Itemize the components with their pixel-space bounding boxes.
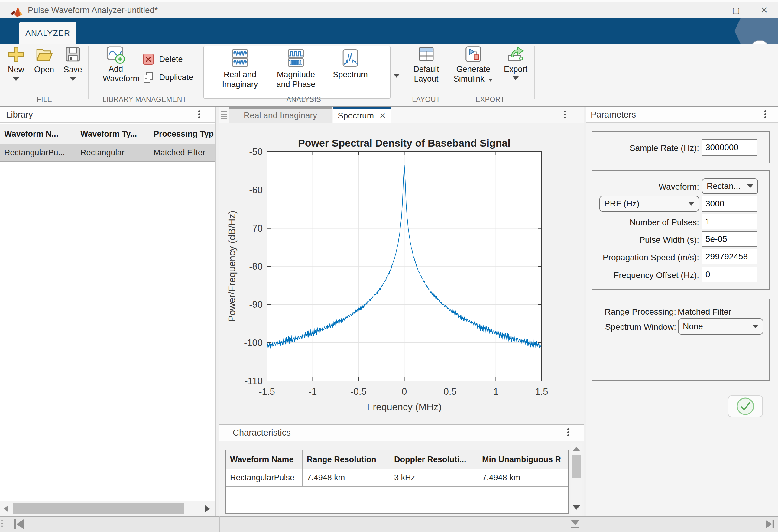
characteristics-panel-header: Characteristics <box>219 425 584 441</box>
svg-text:-90: -90 <box>249 299 263 310</box>
characteristics-data-row[interactable]: RectangularPulse 7.4948 km 3 kHz 7.4948 … <box>226 469 568 487</box>
prf-input[interactable] <box>702 196 758 212</box>
open-label: Open <box>33 65 55 74</box>
save-button[interactable]: Save <box>63 45 83 81</box>
save-dropdown-arrow[interactable] <box>70 77 76 81</box>
tab-close-icon[interactable]: ✕ <box>379 111 386 120</box>
export-dropdown-arrow[interactable] <box>513 76 519 80</box>
pulse-width-input[interactable] <box>702 231 758 247</box>
magnitude-and-phase-label-line1: Magnitude <box>275 70 317 79</box>
statusbar-divider <box>219 516 220 532</box>
library-table: Waveform N... Waveform Ty... Processing … <box>0 123 215 501</box>
export-button[interactable]: Export <box>502 45 530 80</box>
add-waveform-button[interactable]: Add Waveform <box>103 45 129 83</box>
prf-dropdown-value: PRF (Hz) <box>604 199 639 209</box>
characteristics-column-header[interactable]: Doppler Resoluti... <box>390 450 478 469</box>
number-of-pulses-input[interactable] <box>702 214 758 229</box>
propagation-speed-input[interactable] <box>702 249 758 264</box>
tabstrip-options-kebab-icon[interactable] <box>563 109 566 120</box>
tab-label: Spectrum <box>338 111 374 120</box>
add-waveform-label-line2: Waveform <box>103 74 129 83</box>
generate-simulink-button[interactable]: Generate Simulink <box>453 45 494 84</box>
library-table-header-row: Waveform N... Waveform Ty... Processing … <box>0 124 215 144</box>
section-label-layout: LAYOUT <box>406 95 446 104</box>
library-cell-processing-type[interactable]: Matched Filter <box>149 144 215 162</box>
tabstrip-grip-icon[interactable] <box>220 110 228 121</box>
prf-dropdown[interactable]: PRF (Hz) <box>599 196 699 212</box>
svg-text:-100: -100 <box>244 337 263 348</box>
tab-spectrum[interactable]: Spectrum✕ <box>333 107 391 123</box>
default-layout-button[interactable]: Default Layout <box>411 45 441 84</box>
library-table-row-selected[interactable]: RectangularPu... Rectangular Matched Fil… <box>0 144 215 162</box>
characteristics-header-row: Waveform Name Range Resolution Doppler R… <box>226 450 568 469</box>
magnitude-and-phase-button[interactable]: Magnitude and Phase <box>275 49 317 89</box>
collapse-bottom-panel-icon[interactable] <box>570 519 580 529</box>
open-button[interactable]: Open <box>33 45 55 74</box>
svg-text:-1.5: -1.5 <box>259 386 275 397</box>
real-and-imaginary-label-line1: Real and <box>220 70 260 79</box>
duplicate-button[interactable]: Duplicate <box>143 72 193 83</box>
characteristics-column-header[interactable]: Waveform Name <box>226 450 303 469</box>
statusbar-grip <box>1 519 3 528</box>
gallery-dropdown-arrow[interactable] <box>394 74 400 78</box>
library-options-kebab-icon[interactable] <box>198 109 201 120</box>
waveform-dropdown[interactable]: Rectan... <box>702 178 758 194</box>
frequency-offset-input[interactable] <box>702 267 758 282</box>
maximize-button[interactable]: ▢ <box>725 2 747 18</box>
characteristics-cell-waveform-name[interactable]: RectangularPulse <box>226 469 303 487</box>
duplicate-label: Duplicate <box>159 73 193 82</box>
delete-label: Delete <box>159 55 182 64</box>
minimize-button[interactable]: – <box>697 2 718 18</box>
library-cell-waveform-name[interactable]: RectangularPu... <box>0 144 76 162</box>
tab-real-and-imaginary[interactable]: Real and Imaginary <box>229 107 332 123</box>
library-cell-waveform-type[interactable]: Rectangular <box>76 144 149 162</box>
save-label: Save <box>63 65 83 74</box>
scroll-left-arrow-icon[interactable] <box>4 505 8 512</box>
apply-button[interactable] <box>728 395 763 417</box>
ribbon-toolbar: New Open Save FILE <box>0 44 778 106</box>
delete-button[interactable]: Delete <box>143 54 183 65</box>
add-waveform-icon <box>106 45 126 64</box>
scrollbar-thumb[interactable] <box>13 503 184 515</box>
collapse-right-panel-icon[interactable] <box>764 519 775 530</box>
characteristics-cell-range-resolution[interactable]: 7.4948 km <box>303 469 390 487</box>
generate-simulink-icon <box>465 45 482 63</box>
pulse-width-label: Pulse Width (s): <box>597 235 699 245</box>
characteristics-options-kebab-icon[interactable] <box>567 427 569 438</box>
scroll-down-arrow-icon[interactable] <box>573 506 580 510</box>
generate-simulink-dropdown-arrow[interactable] <box>488 79 493 82</box>
library-column-header[interactable]: Processing Typ <box>149 124 215 144</box>
close-button[interactable]: ✕ <box>754 2 775 18</box>
analysis-gallery: Real and Imaginary Magnitude and Phase <box>204 46 391 98</box>
spectrum-window-dropdown[interactable]: None <box>678 318 763 334</box>
sample-rate-input[interactable] <box>702 139 758 156</box>
scrollbar-thumb[interactable] <box>572 455 580 477</box>
svg-text:-110: -110 <box>244 376 263 386</box>
new-dropdown-arrow[interactable] <box>13 77 19 81</box>
characteristics-cell-min-unambiguous[interactable]: 7.4948 km <box>478 469 568 487</box>
characteristics-vertical-scrollbar[interactable] <box>571 443 582 516</box>
chevron-down-icon <box>747 184 753 188</box>
library-horizontal-scrollbar[interactable] <box>0 501 215 517</box>
tab-analyzer[interactable]: ANALYZER <box>19 22 76 44</box>
real-and-imaginary-button[interactable]: Real and Imaginary <box>220 49 260 89</box>
restore-left-panel-icon[interactable] <box>13 519 26 530</box>
section-divider <box>88 46 89 99</box>
characteristics-column-header[interactable]: Range Resolution <box>303 450 390 469</box>
chevron-down-icon <box>688 202 694 206</box>
characteristics-column-header[interactable]: Min Unambiguous R <box>478 450 568 469</box>
section-divider <box>534 46 535 99</box>
new-button[interactable]: New <box>6 45 26 81</box>
spectrum-button[interactable]: Spectrum <box>331 49 370 79</box>
default-layout-icon <box>417 45 435 63</box>
characteristics-panel-title: Characteristics <box>233 425 291 440</box>
characteristics-cell-doppler-resolution[interactable]: 3 kHz <box>390 469 478 487</box>
pulse-waveform-analyzer-window: Pulse Waveform Analyzer-untitled* – ▢ ✕ … <box>0 0 778 532</box>
number-of-pulses-label: Number of Pulses: <box>597 218 699 227</box>
scroll-up-arrow-icon[interactable] <box>573 447 580 451</box>
svg-text:-1: -1 <box>309 386 317 397</box>
library-column-header[interactable]: Waveform Ty... <box>76 124 149 144</box>
scroll-right-arrow-icon[interactable] <box>205 505 210 512</box>
library-column-header[interactable]: Waveform N... <box>0 124 76 144</box>
parameters-options-kebab-icon[interactable] <box>764 109 767 120</box>
